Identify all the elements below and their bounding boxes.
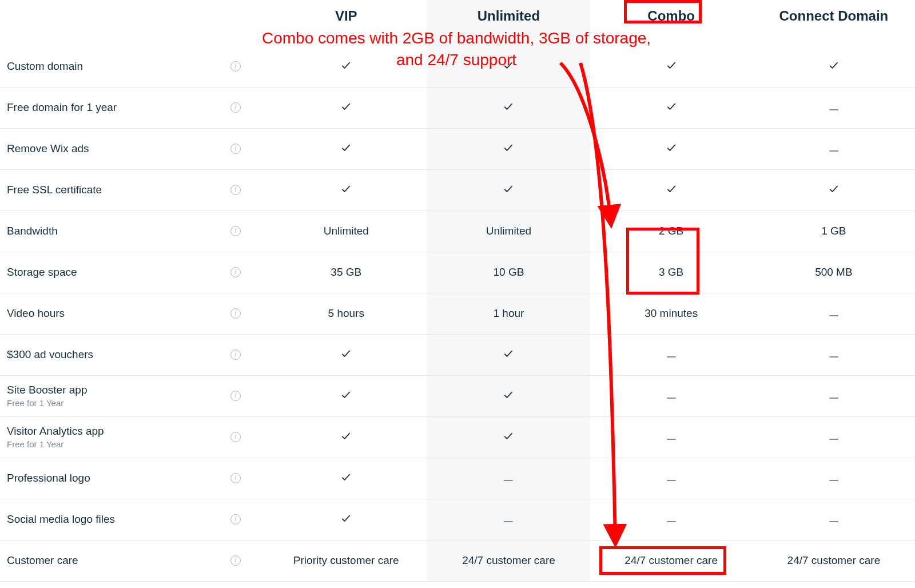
plan-header-combo[interactable]: Combo bbox=[590, 0, 753, 31]
info-icon[interactable]: i bbox=[230, 61, 241, 71]
dash-icon bbox=[667, 356, 676, 357]
plan-cell-unlimited bbox=[427, 458, 590, 499]
header-spacer-row bbox=[0, 31, 915, 46]
info-icon[interactable]: i bbox=[230, 308, 241, 319]
feature-label-cell: Custom domaini bbox=[0, 46, 265, 87]
dash-icon bbox=[667, 439, 676, 440]
plan-cell-vip bbox=[265, 375, 427, 416]
info-icon[interactable]: i bbox=[230, 267, 241, 277]
feature-row: Free domain for 1 yeari bbox=[0, 87, 915, 128]
dash-icon bbox=[667, 398, 676, 399]
feature-label: Professional logo bbox=[7, 471, 90, 485]
check-icon bbox=[340, 145, 352, 155]
plan-cell-unlimited bbox=[427, 169, 590, 210]
info-icon[interactable]: i bbox=[230, 102, 241, 113]
feature-label-cell: Video hoursi bbox=[0, 293, 265, 334]
check-icon bbox=[503, 351, 514, 361]
feature-label: Storage space bbox=[7, 265, 77, 279]
check-icon bbox=[503, 104, 514, 114]
plan-cell-combo: 3 GB bbox=[590, 252, 753, 293]
check-icon bbox=[340, 63, 352, 73]
info-icon[interactable]: i bbox=[230, 432, 241, 442]
plan-cell-unlimited bbox=[427, 416, 590, 458]
feature-label-cell: Storage spacei bbox=[0, 252, 265, 293]
plan-cell-unlimited: 1 hour bbox=[427, 293, 590, 334]
feature-label-cell: Free domain for 1 yeari bbox=[0, 87, 265, 128]
feature-label-cell: Social media logo filesi bbox=[0, 499, 265, 540]
plan-cell-connect bbox=[753, 334, 915, 375]
cell-value: 5 hours bbox=[328, 307, 364, 319]
cell-value: Priority customer care bbox=[293, 554, 399, 566]
dash-icon bbox=[829, 109, 838, 110]
feature-row: Site Booster appFree for 1 Yeari bbox=[0, 375, 915, 416]
plan-cell-vip: 35 GB bbox=[265, 252, 427, 293]
plan-cell-connect bbox=[753, 416, 915, 458]
plan-cell-unlimited bbox=[427, 334, 590, 375]
dash-icon bbox=[829, 315, 838, 316]
cell-value: 3 GB bbox=[659, 266, 683, 278]
info-icon[interactable]: i bbox=[230, 391, 241, 401]
plan-cell-combo: 24/7 customer care bbox=[590, 540, 753, 581]
plan-cell-combo bbox=[590, 128, 753, 169]
info-icon[interactable]: i bbox=[230, 185, 241, 195]
check-icon bbox=[340, 516, 352, 526]
feature-sublabel: Free for 1 Year bbox=[7, 439, 104, 450]
plan-cell-connect bbox=[753, 375, 915, 416]
plan-cell-vip: Priority customer care bbox=[265, 540, 427, 581]
plan-cell-connect bbox=[753, 499, 915, 540]
plan-cell-unlimited bbox=[427, 128, 590, 169]
plan-cell-vip: Unlimited bbox=[265, 210, 427, 252]
feature-row: Storage spacei35 GB10 GB3 GB500 MB bbox=[0, 252, 915, 293]
check-icon bbox=[828, 186, 840, 196]
feature-label: $300 ad vouchers bbox=[7, 348, 93, 361]
plan-header-vip[interactable]: VIP bbox=[265, 0, 427, 31]
feature-row: Customer careiPriority customer care24/7… bbox=[0, 540, 915, 581]
feature-column-header bbox=[0, 0, 265, 31]
info-icon[interactable]: i bbox=[230, 144, 241, 154]
feature-row: Custom domaini bbox=[0, 46, 915, 87]
plan-cell-unlimited: Unlimited bbox=[427, 210, 590, 252]
plan-header-connect-domain[interactable]: Connect Domain bbox=[753, 0, 915, 31]
cell-value: 500 MB bbox=[815, 266, 852, 278]
plan-cell-vip bbox=[265, 416, 427, 458]
plan-cell-connect: 500 MB bbox=[753, 252, 915, 293]
plan-cell-connect bbox=[753, 293, 915, 334]
plan-cell-combo bbox=[590, 416, 753, 458]
info-icon[interactable]: i bbox=[230, 555, 241, 566]
feature-label: Free SSL certificate bbox=[7, 183, 102, 197]
plan-cell-combo bbox=[590, 499, 753, 540]
cell-value: 24/7 customer care bbox=[624, 554, 718, 566]
info-icon[interactable]: i bbox=[230, 473, 241, 483]
feature-row: $300 ad vouchersi bbox=[0, 334, 915, 375]
feature-row: BandwidthiUnlimitedUnlimited2 GB1 GB bbox=[0, 210, 915, 252]
check-icon bbox=[340, 475, 352, 484]
plan-cell-combo bbox=[590, 46, 753, 87]
check-icon bbox=[340, 351, 352, 361]
feature-row: Professional logoi bbox=[0, 458, 915, 499]
cell-value: 30 minutes bbox=[645, 307, 698, 319]
feature-label-cell: Site Booster appFree for 1 Yeari bbox=[0, 375, 265, 416]
plan-cell-unlimited bbox=[427, 375, 590, 416]
cell-value: Unlimited bbox=[486, 225, 531, 237]
dash-icon bbox=[504, 480, 513, 481]
dash-icon bbox=[504, 521, 513, 522]
info-icon[interactable]: i bbox=[230, 514, 241, 525]
info-icon[interactable]: i bbox=[230, 226, 241, 236]
feature-label: Customer care bbox=[7, 554, 78, 567]
check-icon bbox=[503, 434, 514, 443]
feature-row: Remove Wix adsi bbox=[0, 128, 915, 169]
plan-cell-vip: 5 hours bbox=[265, 293, 427, 334]
info-icon[interactable]: i bbox=[230, 349, 241, 360]
cell-value: 35 GB bbox=[331, 266, 361, 278]
cell-value: 24/7 customer care bbox=[787, 554, 881, 566]
plan-cell-vip bbox=[265, 169, 427, 210]
plan-cell-combo bbox=[590, 375, 753, 416]
plan-cell-connect bbox=[753, 128, 915, 169]
feature-label-text: Visitor Analytics app bbox=[7, 425, 104, 437]
cell-value: 10 GB bbox=[494, 266, 524, 278]
plan-cell-unlimited: 10 GB bbox=[427, 252, 590, 293]
plan-cell-connect bbox=[753, 169, 915, 210]
dash-icon bbox=[829, 480, 838, 481]
plan-cell-vip bbox=[265, 46, 427, 87]
plan-header-unlimited[interactable]: Unlimited bbox=[427, 0, 590, 31]
